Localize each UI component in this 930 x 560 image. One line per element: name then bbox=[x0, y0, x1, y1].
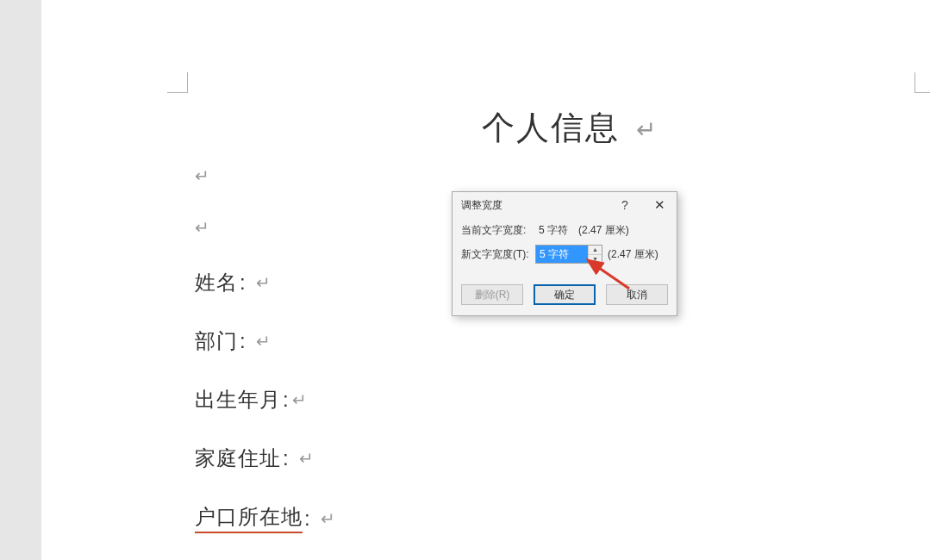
adjust-width-dialog: 调整宽度 ? ✕ 当前文字宽度: 5 字符 (2.47 厘米) 新文字宽度(T)… bbox=[452, 191, 677, 316]
current-width-row: 当前文字宽度: 5 字符 (2.47 厘米) bbox=[461, 223, 668, 238]
page-corner-mark-right bbox=[914, 72, 930, 93]
field-label-underlined: 户口所在地 bbox=[195, 503, 303, 533]
dialog-body: 当前文字宽度: 5 字符 (2.47 厘米) 新文字宽度(T): ▲ ▼ (2.… bbox=[453, 218, 677, 281]
field-label: 部门 bbox=[195, 327, 238, 355]
cancel-button[interactable]: 取消 bbox=[606, 284, 668, 305]
field-line[interactable]: 部门: ↵ bbox=[195, 327, 335, 355]
ok-button[interactable]: 确定 bbox=[534, 284, 596, 305]
current-width-value: 5 字符 bbox=[539, 223, 568, 238]
colon: : bbox=[283, 446, 289, 470]
spinner-down-icon[interactable]: ▼ bbox=[589, 255, 602, 264]
empty-line: ↵ bbox=[195, 165, 335, 186]
dialog-titlebar[interactable]: 调整宽度 ? ✕ bbox=[453, 192, 677, 218]
page-title: 个人信息 bbox=[482, 106, 620, 150]
colon: : bbox=[304, 507, 310, 531]
dialog-buttons: 删除(R) 确定 取消 bbox=[453, 281, 677, 315]
empty-line: ↵ bbox=[195, 217, 335, 238]
colon: : bbox=[283, 388, 289, 412]
spinner-arrows: ▲ ▼ bbox=[588, 246, 602, 263]
close-icon[interactable]: ✕ bbox=[642, 197, 677, 213]
page-corner-mark-left bbox=[167, 72, 188, 93]
field-label: 家庭住址 bbox=[195, 445, 281, 472]
return-mark-icon: ↵ bbox=[256, 272, 271, 293]
colon: : bbox=[240, 271, 246, 295]
field-line[interactable]: 姓名: ↵ bbox=[195, 269, 335, 296]
new-width-row: 新文字宽度(T): ▲ ▼ (2.47 厘米) bbox=[461, 245, 668, 264]
return-mark-icon: ↵ bbox=[195, 165, 209, 186]
document-content: ↵ ↵ 姓名: ↵ 部门: ↵ 出生年月:↵ 家庭住址: ↵ 户口所在地: ↵ bbox=[195, 165, 335, 560]
field-label: 出生年月 bbox=[195, 386, 281, 414]
current-width-cm: (2.47 厘米) bbox=[578, 223, 629, 238]
field-line[interactable]: 出生年月:↵ bbox=[195, 386, 335, 414]
left-margin-strip bbox=[0, 0, 41, 560]
new-width-cm: (2.47 厘米) bbox=[608, 247, 658, 262]
field-line[interactable]: 家庭住址: ↵ bbox=[195, 445, 335, 472]
return-mark-icon: ↵ bbox=[321, 508, 335, 529]
colon: : bbox=[240, 329, 246, 353]
spinner-up-icon[interactable]: ▲ bbox=[589, 246, 602, 255]
help-icon[interactable]: ? bbox=[608, 198, 642, 212]
dialog-title: 调整宽度 bbox=[461, 198, 608, 213]
new-width-input[interactable] bbox=[536, 246, 588, 263]
delete-button: 删除(R) bbox=[461, 284, 523, 305]
return-mark-icon: ↵ bbox=[256, 331, 271, 352]
field-label: 姓名 bbox=[195, 269, 238, 296]
field-line[interactable]: 户口所在地: ↵ bbox=[195, 503, 335, 533]
return-mark-icon: ↵ bbox=[292, 389, 307, 410]
return-mark-icon: ↵ bbox=[636, 115, 656, 144]
new-width-spinner[interactable]: ▲ ▼ bbox=[535, 245, 602, 264]
return-mark-icon: ↵ bbox=[299, 448, 314, 469]
return-mark-icon: ↵ bbox=[195, 217, 209, 238]
new-width-label: 新文字宽度(T): bbox=[461, 247, 534, 262]
current-width-label: 当前文字宽度: bbox=[461, 223, 534, 238]
